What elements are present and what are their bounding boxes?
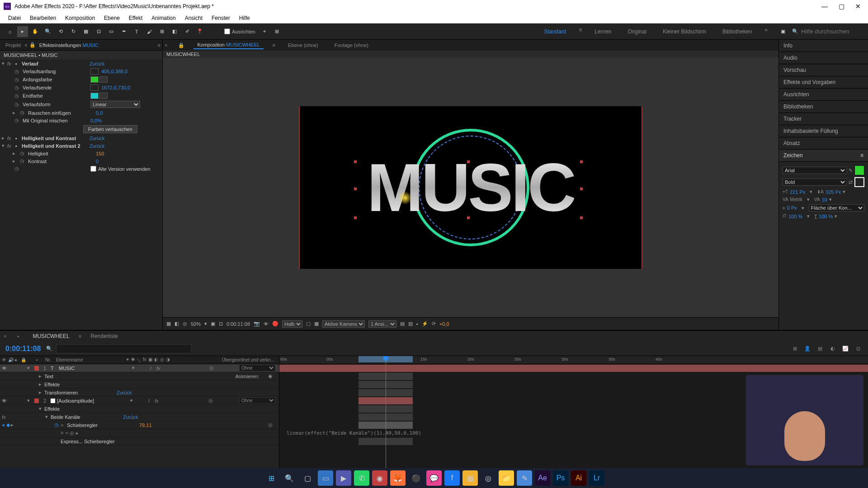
- expr-enable-icon[interactable]: =: [61, 430, 63, 436]
- illustrator-icon[interactable]: Ai: [571, 470, 586, 486]
- eraser-tool[interactable]: ◧: [169, 26, 180, 37]
- twirl-icon[interactable]: ▸: [39, 373, 44, 379]
- pickwhip-icon[interactable]: ◎: [208, 398, 213, 404]
- app-icon[interactable]: ▦: [462, 470, 478, 486]
- fx-icon[interactable]: fx: [7, 143, 14, 149]
- old-version-checkbox[interactable]: [90, 166, 96, 172]
- fx-switch-icon[interactable]: fx: [156, 366, 163, 371]
- effect-hk2-reset[interactable]: Zurück: [90, 143, 105, 149]
- viewer-mask-icon[interactable]: ◎: [183, 321, 187, 327]
- tab-composition[interactable]: Komposition MUSICWHEEL: [193, 41, 263, 49]
- windows-taskbar[interactable]: ⊞ 🔍 ▢ ▭ ▶ ✆ ◉ 🦊 ⚫ 💬 f ▦ ◎ 📁 ✎ Ae Ps Ai L…: [0, 468, 868, 488]
- fx-icon[interactable]: fx: [7, 61, 14, 66]
- facebook-icon[interactable]: f: [444, 470, 460, 486]
- stopwatch-icon[interactable]: ◷: [14, 77, 21, 83]
- explorer-icon[interactable]: 📁: [499, 470, 514, 486]
- tl-comp-button-icon[interactable]: ⊞: [790, 344, 799, 353]
- vscale-value[interactable]: 100 %: [788, 214, 802, 219]
- fast-preview-icon[interactable]: ⚡: [422, 321, 428, 327]
- col-audio-icon[interactable]: 🔊: [8, 357, 14, 362]
- stopwatch-icon[interactable]: ◷: [14, 85, 21, 91]
- after-effects-icon[interactable]: Ae: [535, 470, 550, 486]
- twirl-icon[interactable]: ▾: [27, 398, 33, 404]
- timeline-tab-render[interactable]: Renderliste: [90, 333, 118, 339]
- menu-hilfe[interactable]: Hilfe: [235, 15, 255, 21]
- col-eye-icon[interactable]: 👁: [2, 357, 8, 362]
- col-switch-icon[interactable]: ◑: [166, 357, 170, 363]
- prop-row-slider[interactable]: ◂ ◆ ▸ ◷ ≈ Schieberegler 79,11 ◎: [0, 421, 279, 429]
- brush-tool[interactable]: 🖌: [144, 26, 155, 37]
- col-switch-icon[interactable]: fx: [143, 357, 146, 363]
- app-icon[interactable]: ⚫: [408, 470, 424, 486]
- puppet-tool[interactable]: 📍: [194, 26, 205, 37]
- val-verlaufsende[interactable]: 1672,0,730,0: [101, 85, 130, 90]
- twirl-icon[interactable]: ▾: [2, 61, 6, 66]
- char-panel-menu-icon[interactable]: ≡: [860, 152, 863, 159]
- eyedropper-icon[interactable]: ✎: [849, 168, 853, 174]
- tl-graph-icon[interactable]: 📈: [841, 344, 850, 353]
- camera-select[interactable]: Aktive Kamera: [322, 320, 365, 328]
- val-verlaufsanfang[interactable]: 406,0,388,0: [101, 69, 127, 74]
- messenger-icon[interactable]: 💬: [426, 470, 442, 486]
- stopwatch-icon[interactable]: ◷: [14, 166, 21, 172]
- playhead[interactable]: [386, 356, 386, 479]
- section-fuellung[interactable]: Inhaltsbasierte Füllung: [779, 125, 868, 137]
- twirl-icon[interactable]: ▾: [45, 414, 51, 420]
- effect-visibility-icon[interactable]: ▪: [15, 143, 22, 149]
- composition-viewer[interactable]: MUSIC: [299, 106, 642, 269]
- timeline-panel-menu-icon[interactable]: ≡: [79, 333, 81, 339]
- tab-projekt[interactable]: Projekt: [2, 42, 24, 49]
- menu-animation[interactable]: Animation: [147, 15, 180, 21]
- parent-select[interactable]: Ohne: [239, 397, 275, 404]
- font-style-select[interactable]: Bold: [783, 178, 847, 186]
- tl-frame-blend-icon[interactable]: ▤: [816, 344, 825, 353]
- views-select[interactable]: 1 Ansi...: [368, 320, 396, 328]
- viewer-time-icon[interactable]: ⊡: [219, 321, 223, 327]
- twirl-icon[interactable]: ▸: [13, 110, 17, 116]
- expression-text[interactable]: linear(effect("Beide Kanäle")(1),40,50,0…: [284, 429, 424, 437]
- tl-brainstorm-icon[interactable]: ⊡: [854, 344, 863, 353]
- camera-tool[interactable]: ▦: [80, 26, 91, 37]
- twirl-icon[interactable]: ▾: [2, 143, 6, 149]
- font-size-value[interactable]: 221 Px: [790, 189, 805, 195]
- layer-row-audio[interactable]: 👁 ▾ 2 [Audioamplitude] ✦ / fx ◎ Ohne: [0, 397, 279, 405]
- pickwhip-icon[interactable]: ◎: [268, 422, 273, 428]
- switch-icon[interactable]: ✦: [131, 365, 137, 371]
- maximize-button[interactable]: ▢: [839, 3, 844, 10]
- comp-panel-menu-icon[interactable]: ≡: [273, 42, 275, 48]
- col-nr[interactable]: Nr.: [42, 357, 53, 362]
- eyedropper-icon[interactable]: [99, 76, 108, 83]
- section-absatz[interactable]: Absatz: [779, 137, 868, 150]
- section-bibliotheken[interactable]: Bibliotheken: [779, 101, 868, 113]
- lightroom-icon[interactable]: Lr: [589, 470, 604, 486]
- pen-tool[interactable]: ✒: [118, 26, 129, 37]
- home-icon[interactable]: ⌂: [5, 26, 15, 37]
- layer-row-music[interactable]: 👁 ▾ 1 T MUSIC ✦ / fx ◎ Ohne: [0, 364, 279, 372]
- both-reset[interactable]: Zurück: [123, 414, 138, 420]
- expr-pickwhip-icon[interactable]: ◎: [70, 430, 74, 436]
- label-color[interactable]: [34, 399, 39, 403]
- point-picker-icon[interactable]: [90, 68, 99, 75]
- twirl-icon[interactable]: ▸: [39, 389, 44, 395]
- app-icon[interactable]: ◉: [372, 470, 387, 486]
- val-slider[interactable]: 79,11: [139, 422, 152, 428]
- effect-visibility-icon[interactable]: ▪: [15, 136, 22, 141]
- swap-colors-button[interactable]: Farben vertauschen: [83, 125, 137, 133]
- transform-reset[interactable]: Zurück: [117, 390, 132, 395]
- point-picker-icon[interactable]: [90, 84, 99, 91]
- dropdown-icon[interactable]: ▾: [843, 189, 845, 195]
- switch-icon[interactable]: /: [150, 366, 156, 371]
- roi-icon[interactable]: ▢: [306, 321, 311, 327]
- swatch-anfangsfarbe[interactable]: [90, 76, 99, 83]
- switch-icon[interactable]: ✦: [129, 398, 136, 404]
- twirl-icon[interactable]: ▾: [39, 406, 44, 412]
- tab-close-icon[interactable]: ×: [24, 42, 27, 48]
- snapping-icon[interactable]: ⌖: [259, 26, 270, 37]
- viewer-res-icon[interactable]: ▣: [211, 321, 215, 327]
- effect-verlauf-reset[interactable]: Zurück: [90, 61, 105, 66]
- swatch-endfarbe[interactable]: [90, 93, 99, 99]
- tl-motion-blur-icon[interactable]: ◐: [828, 344, 837, 353]
- viewer-icon-4[interactable]: ⟳: [432, 321, 436, 327]
- tab-effect-controls[interactable]: Effekteinstellungen MUSIC: [36, 42, 102, 49]
- eyedropper-icon[interactable]: [99, 93, 108, 99]
